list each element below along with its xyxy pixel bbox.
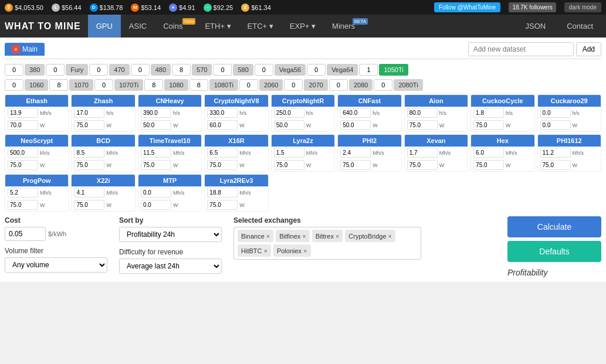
gpu-count-input[interactable] xyxy=(374,79,392,91)
calculate-button[interactable]: Calculate xyxy=(507,216,601,237)
algo-header[interactable]: Lyra2REv3 xyxy=(205,175,268,186)
algo-header[interactable]: CNHeavy xyxy=(138,95,201,107)
algo-header[interactable]: Ethash xyxy=(5,95,68,107)
algo-header[interactable]: Aion xyxy=(405,95,468,107)
defaults-button[interactable]: Defaults xyxy=(507,241,601,262)
gpu-count-input[interactable] xyxy=(213,64,232,76)
add-dataset-input[interactable] xyxy=(468,42,574,56)
exchange-remove-button[interactable]: × xyxy=(336,233,339,240)
gpu-count-input[interactable] xyxy=(5,64,23,76)
algo-hashrate-input[interactable] xyxy=(274,148,304,158)
gpu-name-button[interactable]: Fury xyxy=(66,64,88,76)
algo-header[interactable]: Lyra2z xyxy=(272,135,334,147)
gpu-count-input[interactable] xyxy=(239,79,258,91)
algo-hashrate-input[interactable] xyxy=(473,148,504,158)
algo-power-input[interactable] xyxy=(540,160,571,170)
algo-hashrate-input[interactable] xyxy=(207,148,238,158)
gpu-count-input[interactable] xyxy=(172,64,191,76)
gpu-name-button[interactable]: Vega56 xyxy=(275,64,306,76)
gpu-count-input[interactable] xyxy=(255,64,273,76)
algo-hashrate-input[interactable] xyxy=(540,108,571,118)
add-dataset-button[interactable]: Add xyxy=(576,42,601,56)
algo-header[interactable]: CNFast xyxy=(338,95,401,107)
algo-power-input[interactable] xyxy=(207,160,238,170)
cost-input[interactable] xyxy=(5,227,46,241)
twitter-follow-button[interactable]: Follow @WhatToMine xyxy=(434,2,500,12)
gpu-name-button[interactable]: 570 xyxy=(192,64,212,76)
gpu-name-button[interactable]: 2070 xyxy=(304,79,327,91)
dark-mode-button[interactable]: dark mode xyxy=(564,2,601,12)
algo-hashrate-input[interactable] xyxy=(540,148,571,158)
gpu-count-input[interactable] xyxy=(307,64,326,76)
gpu-count-input[interactable] xyxy=(46,64,65,76)
difficulty-select[interactable]: Average last 24h Current Historical xyxy=(119,258,222,274)
algo-power-input[interactable] xyxy=(8,200,38,210)
algo-power-input[interactable] xyxy=(207,120,238,130)
algo-hashrate-input[interactable] xyxy=(340,148,371,158)
algo-header[interactable]: MTP xyxy=(138,175,201,186)
algo-header[interactable]: Hex xyxy=(471,135,534,147)
volume-filter-select[interactable]: Any volume Top 10 Top 25 xyxy=(5,257,107,273)
main-tab[interactable]: × Main xyxy=(5,43,45,56)
exchange-remove-button[interactable]: × xyxy=(266,233,270,240)
algo-power-input[interactable] xyxy=(407,160,438,170)
algo-header[interactable]: CuckooCycle xyxy=(471,95,534,107)
gpu-count-input[interactable] xyxy=(189,79,208,91)
algo-header[interactable]: PHI1612 xyxy=(538,135,601,147)
algo-power-input[interactable] xyxy=(141,160,171,170)
tab-etc[interactable]: ETC+ ▾ xyxy=(239,15,282,38)
algo-hashrate-input[interactable] xyxy=(8,188,38,198)
algo-power-input[interactable] xyxy=(141,120,171,130)
algo-power-input[interactable] xyxy=(340,120,371,130)
gpu-name-button[interactable]: 380 xyxy=(25,64,45,76)
algo-header[interactable]: CryptoNightV8 xyxy=(205,95,268,107)
tab-gpu[interactable]: GPU xyxy=(88,15,121,38)
algo-power-input[interactable] xyxy=(274,120,304,130)
algo-power-input[interactable] xyxy=(340,160,371,170)
algo-header[interactable]: CryptoNightR xyxy=(272,95,334,107)
algo-hashrate-input[interactable] xyxy=(207,188,238,198)
algo-hashrate-input[interactable] xyxy=(74,188,104,198)
algo-header[interactable]: BCD xyxy=(72,135,134,147)
algo-hashrate-input[interactable] xyxy=(141,108,171,118)
algo-power-input[interactable] xyxy=(274,160,304,170)
gpu-name-button[interactable]: 2080 xyxy=(349,79,373,91)
gpu-name-button[interactable]: 480 xyxy=(151,64,171,76)
exchange-remove-button[interactable]: × xyxy=(303,247,307,254)
exchange-remove-button[interactable]: × xyxy=(302,233,306,240)
exchange-remove-button[interactable]: × xyxy=(388,233,392,240)
tab-miners[interactable]: Miners BETA xyxy=(324,15,369,38)
algo-header[interactable]: Cuckaroo29 xyxy=(538,95,601,107)
algo-header[interactable]: ProgPow xyxy=(5,175,68,186)
gpu-count-input[interactable] xyxy=(131,64,150,76)
algo-header[interactable]: Zhash xyxy=(72,95,134,107)
algo-header[interactable]: PHI2 xyxy=(338,135,401,147)
algo-hashrate-input[interactable] xyxy=(207,108,238,118)
algo-header[interactable]: TimeTravel10 xyxy=(138,135,201,147)
gpu-count-input[interactable] xyxy=(359,64,378,76)
algo-header[interactable]: X16R xyxy=(205,135,268,147)
gpu-count-input[interactable] xyxy=(144,79,163,91)
gpu-count-input[interactable] xyxy=(329,79,348,91)
algo-power-input[interactable] xyxy=(540,120,571,130)
tab-close-button[interactable]: × xyxy=(12,45,20,53)
gpu-name-button[interactable]: 580 xyxy=(233,64,253,76)
algo-power-input[interactable] xyxy=(74,160,104,170)
algo-hashrate-input[interactable] xyxy=(407,108,438,118)
algo-hashrate-input[interactable] xyxy=(274,108,304,118)
algo-header[interactable]: Xevan xyxy=(405,135,468,147)
algo-hashrate-input[interactable] xyxy=(340,108,371,118)
gpu-name-button[interactable]: 1050Ti xyxy=(379,64,408,76)
gpu-name-button[interactable]: 1080 xyxy=(164,79,188,91)
algo-power-input[interactable] xyxy=(74,200,104,210)
tab-eth[interactable]: ETH+ ▾ xyxy=(197,15,239,38)
gpu-name-button[interactable]: 1080Ti xyxy=(209,79,238,91)
exchange-remove-button[interactable]: × xyxy=(263,247,267,254)
gpu-name-button[interactable]: 470 xyxy=(109,64,129,76)
algo-hashrate-input[interactable] xyxy=(74,108,104,118)
tab-asic[interactable]: ASIC xyxy=(121,15,155,38)
algo-header[interactable]: NeoScrypt xyxy=(5,135,68,147)
gpu-count-input[interactable] xyxy=(94,79,113,91)
gpu-name-button[interactable]: 1070 xyxy=(69,79,93,91)
algo-power-input[interactable] xyxy=(8,120,38,130)
